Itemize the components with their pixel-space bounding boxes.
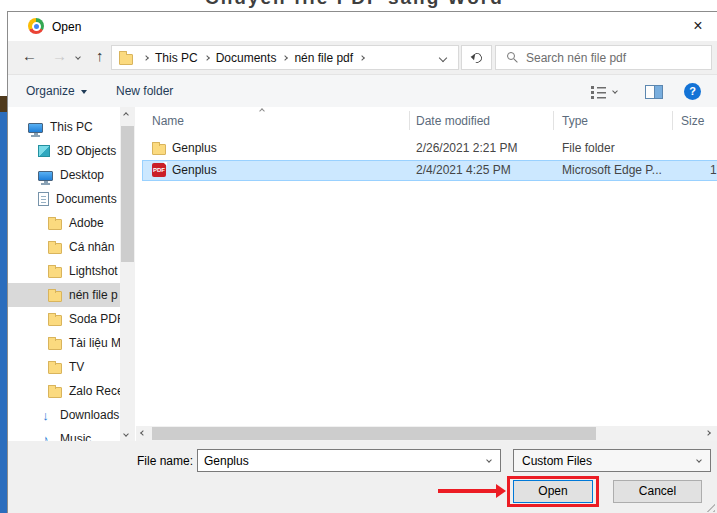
file-name: Genplus xyxy=(172,141,217,155)
title-bar: Open × xyxy=(8,12,717,41)
breadcrumb-separator-icon xyxy=(204,55,210,61)
view-options-icon[interactable] xyxy=(591,85,606,99)
chrome-icon-center xyxy=(32,22,41,31)
chevron-down-icon xyxy=(696,457,702,463)
sort-ascending-icon xyxy=(259,108,265,114)
column-divider[interactable] xyxy=(553,111,554,130)
sidebar-item-label: Documents xyxy=(56,192,117,206)
desktop-icon xyxy=(38,171,53,181)
breadcrumb[interactable]: This PC Documents nén file pdf xyxy=(111,45,459,70)
sidebar-item-downloads[interactable]: ↓ Downloads xyxy=(8,403,135,427)
column-header-size[interactable]: Size xyxy=(681,114,704,128)
column-divider[interactable] xyxy=(672,111,673,130)
cancel-button[interactable]: Cancel xyxy=(613,480,702,503)
organize-label: Organize xyxy=(26,84,75,98)
file-type: Microsoft Edge P... xyxy=(562,163,662,177)
open-dialog: Open × ← → ↑ This PC Documents nén file … xyxy=(7,11,717,513)
sidebar-item-label: Desktop xyxy=(60,168,104,182)
scroll-down-icon[interactable] xyxy=(123,431,129,437)
column-header-date-modified[interactable]: Date modified xyxy=(416,114,490,128)
background-left-dark xyxy=(0,96,7,112)
folder-icon xyxy=(48,363,62,374)
sidebar-item-soda-pdf[interactable]: Soda PDF xyxy=(8,307,135,331)
up-button[interactable]: ↑ xyxy=(96,47,104,64)
command-bar: Organize New folder ? xyxy=(8,74,717,108)
refresh-button[interactable] xyxy=(461,45,492,70)
breadcrumb-this-pc[interactable]: This PC xyxy=(155,51,198,65)
sidebar-scrollbar[interactable] xyxy=(120,107,135,441)
horizontal-scrollbar-thumb[interactable] xyxy=(152,427,596,440)
navigation-row: ← → ↑ This PC Documents nén file pdf xyxy=(8,41,717,74)
folder-icon xyxy=(48,387,62,398)
sidebar-item-zalo-received[interactable]: Zalo Rece xyxy=(8,379,135,403)
file-date-modified: 2/4/2021 4:25 PM xyxy=(416,163,511,177)
navigation-pane: This PC 3D Objects Desktop Documents xyxy=(8,107,135,441)
folder-icon xyxy=(48,315,62,326)
scroll-right-icon[interactable] xyxy=(705,430,711,436)
folder-icon xyxy=(48,243,62,254)
sidebar-item-label: Lightshot xyxy=(69,264,118,278)
sidebar-item-3d-objects[interactable]: 3D Objects xyxy=(8,139,135,163)
file-name-label: File name: xyxy=(137,454,193,468)
sidebar-item-this-pc[interactable]: This PC xyxy=(8,115,135,139)
search-icon xyxy=(507,52,515,60)
organize-button[interactable]: Organize xyxy=(26,84,87,98)
background-page-strip: Chuyển file PDF sang Word xyxy=(0,0,717,11)
dialog-title: Open xyxy=(52,20,81,34)
chevron-down-icon[interactable] xyxy=(486,457,492,463)
open-button[interactable]: Open xyxy=(513,480,593,503)
sidebar-item-label: nén file p xyxy=(69,288,118,302)
file-name-combo[interactable] xyxy=(197,449,501,472)
sidebar-item-label: Cá nhân xyxy=(69,240,114,254)
document-icon xyxy=(38,192,49,206)
breadcrumb-nen-file-pdf[interactable]: nén file pdf xyxy=(294,51,353,65)
sidebar-item-adobe[interactable]: Adobe xyxy=(8,211,135,235)
column-divider[interactable] xyxy=(409,111,410,130)
sidebar-item-nen-file-pdf[interactable]: nén file p xyxy=(8,283,135,307)
close-icon[interactable]: × xyxy=(685,15,711,37)
breadcrumb-separator-icon xyxy=(359,55,365,61)
back-button[interactable]: ← xyxy=(22,47,37,64)
search-box[interactable] xyxy=(495,45,712,70)
chrome-icon xyxy=(28,18,44,34)
sidebar-item-tv[interactable]: TV xyxy=(8,355,135,379)
file-list: Name Date modified Type Size Genplus 2/2… xyxy=(136,107,717,441)
breadcrumb-documents[interactable]: Documents xyxy=(216,51,277,65)
sidebar-item-lightshot[interactable]: Lightshot xyxy=(8,259,135,283)
file-type-select[interactable]: Custom Files xyxy=(513,449,711,472)
sidebar-item-label: This PC xyxy=(50,120,93,134)
sidebar-scrollbar-thumb[interactable] xyxy=(121,126,134,262)
sidebar-item-label: Soda PDF xyxy=(69,312,124,326)
sidebar-item-ca-nhan[interactable]: Cá nhân xyxy=(8,235,135,259)
view-options-chevron-icon[interactable] xyxy=(612,88,618,94)
sidebar-item-label: Zalo Rece xyxy=(69,384,124,398)
resize-grip[interactable] xyxy=(703,500,715,512)
sidebar-item-tai-lieu[interactable]: Tài liệu M xyxy=(8,331,135,355)
preview-pane-icon[interactable] xyxy=(645,85,663,99)
address-dropdown-chevron-icon[interactable] xyxy=(439,53,447,61)
pdf-icon xyxy=(152,163,166,177)
new-folder-label: New folder xyxy=(116,84,173,98)
file-name-input[interactable] xyxy=(204,451,474,470)
file-row-genplus-pdf-selected[interactable]: Genplus 2/4/2021 4:25 PM Microsoft Edge … xyxy=(142,160,717,181)
scroll-left-icon[interactable] xyxy=(140,430,146,436)
sidebar-item-desktop[interactable]: Desktop xyxy=(8,163,135,187)
scroll-up-icon[interactable] xyxy=(123,112,129,118)
new-folder-button[interactable]: New folder xyxy=(116,84,173,98)
column-header-type[interactable]: Type xyxy=(562,114,588,128)
help-button[interactable]: ? xyxy=(684,83,701,100)
file-row-genplus-folder[interactable]: Genplus 2/26/2021 2:21 PM File folder xyxy=(136,138,717,159)
screenshot-root: Chuyển file PDF sang Word Open × ← → ↑ T… xyxy=(0,0,717,513)
recent-locations-chevron-icon[interactable] xyxy=(75,54,81,60)
horizontal-scrollbar[interactable] xyxy=(136,426,717,441)
sidebar-item-documents[interactable]: Documents xyxy=(8,187,135,211)
chevron-down-icon xyxy=(81,90,87,94)
sidebar-item-label: Music xyxy=(60,432,91,441)
background-clipped-text: Chuyển file PDF sang Word xyxy=(205,0,504,9)
search-input[interactable] xyxy=(526,47,706,68)
column-header-name[interactable]: Name xyxy=(152,114,184,128)
folder-icon xyxy=(152,144,166,155)
sidebar-item-music[interactable]: ♪ Music xyxy=(8,427,135,441)
sidebar-item-label: TV xyxy=(69,360,84,374)
file-type: File folder xyxy=(562,141,615,155)
